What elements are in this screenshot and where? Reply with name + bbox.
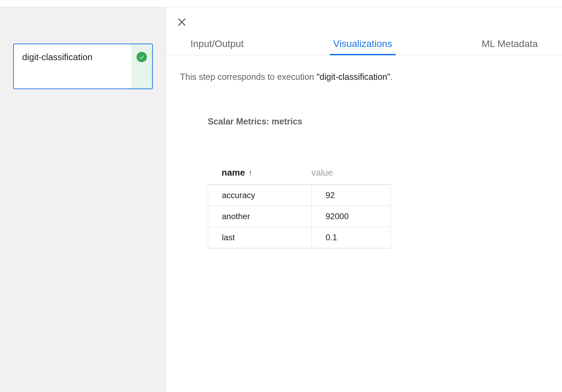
tab-visualizations[interactable]: Visualizations [330, 32, 396, 55]
app-container: digit-classification Input/Output Visual… [0, 7, 562, 392]
sort-ascending-icon: ↑ [249, 168, 252, 177]
metrics-table: accuracy 92 another 92000 last 0.1 [208, 184, 391, 249]
metric-value: 92000 [312, 206, 391, 227]
close-icon [177, 17, 187, 27]
tab-bar: Input/Output Visualizations ML Metadata [166, 32, 562, 55]
node-status [131, 44, 152, 88]
table-row: accuracy 92 [208, 185, 391, 206]
tab-ml-metadata[interactable]: ML Metadata [478, 32, 541, 55]
graph-panel: digit-classification [0, 7, 166, 392]
tab-input-output[interactable]: Input/Output [187, 32, 247, 55]
column-header-name[interactable]: name ↑ [208, 167, 311, 178]
metric-name: last [208, 227, 312, 249]
execution-name: "digit-classification" [317, 72, 391, 82]
metric-value: 0.1 [312, 227, 391, 249]
table-row: another 92000 [208, 206, 391, 227]
metric-name: accuracy [208, 185, 312, 206]
header-name-text: name [222, 167, 245, 178]
column-header-value[interactable]: value [311, 167, 391, 178]
details-panel: Input/Output Visualizations ML Metadata … [166, 7, 562, 392]
table-header: name ↑ value [208, 161, 391, 184]
execution-prefix: This step corresponds to execution [180, 72, 317, 82]
close-button[interactable] [166, 7, 197, 32]
execution-suffix: . [390, 72, 393, 82]
metrics-table-container: name ↑ value accuracy 92 another 92000 [208, 161, 391, 249]
pipeline-node[interactable]: digit-classification [13, 44, 153, 89]
tab-content: This step corresponds to execution "digi… [166, 55, 562, 265]
metric-name: another [208, 206, 312, 227]
section-title: Scalar Metrics: metrics [208, 116, 548, 127]
node-label: digit-classification [14, 44, 131, 88]
table-row: last 0.1 [208, 227, 391, 249]
success-check-icon [137, 52, 147, 62]
execution-description: This step corresponds to execution "digi… [180, 72, 548, 82]
metric-value: 92 [312, 185, 391, 206]
